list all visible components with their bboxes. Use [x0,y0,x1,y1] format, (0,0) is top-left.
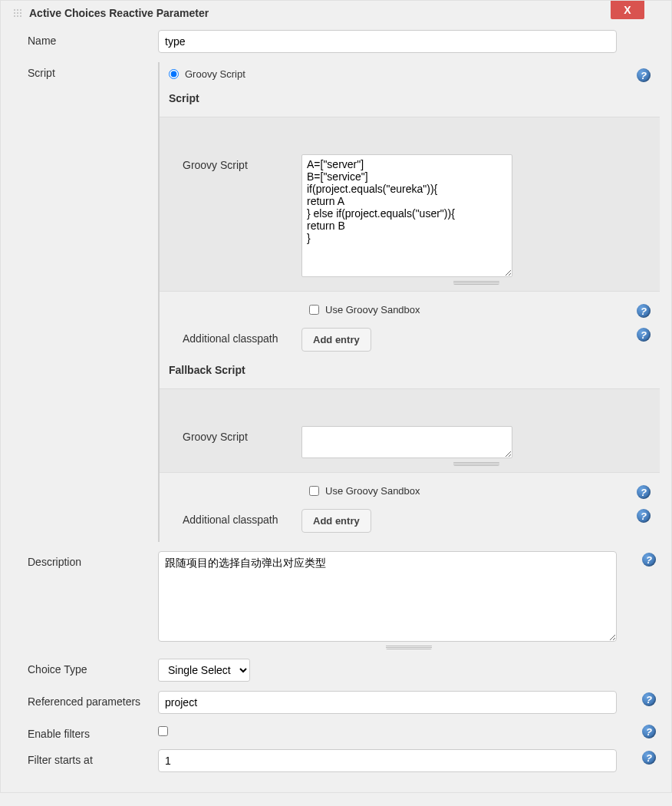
resize-handle-icon[interactable] [453,461,499,466]
script-inner-section: Groovy Script [160,117,660,292]
referenced-parameters-input[interactable] [158,691,617,714]
script-section-title: Script [160,86,660,111]
groovy-radio[interactable] [169,69,179,79]
fallback-use-sandbox-checkbox[interactable] [309,486,319,496]
choice-type-label: Choice Type [12,659,158,676]
name-label: Name [12,30,158,47]
svg-point-2 [20,9,21,11]
fallback-groovy-label: Groovy Script [183,426,301,443]
svg-point-6 [14,15,15,17]
help-icon[interactable]: ? [642,692,656,706]
use-sandbox-label: Use Groovy Sandbox [325,304,420,315]
help-icon[interactable]: ? [637,68,651,82]
panel-title: Active Choices Reactive Parameter [29,7,209,19]
fallback-additional-classpath-label: Additional classpath [183,509,301,526]
enable-filters-label: Enable filters [12,723,158,740]
svg-point-3 [14,12,15,14]
script-block: Groovy Script ? Script Groovy Script [158,62,660,542]
help-icon[interactable]: ? [642,751,656,765]
fallback-use-sandbox-label: Use Groovy Sandbox [325,485,420,497]
resize-handle-icon[interactable] [386,645,432,649]
fallback-script-title: Fallback Script [160,358,660,382]
enable-filters-checkbox[interactable] [158,726,168,736]
help-icon[interactable]: ? [637,485,651,499]
parameter-panel: X Active Choices Reactive Parameter Name [0,0,672,793]
fallback-inner-section: Groovy Script [160,388,660,473]
groovy-radio-label: Groovy Script [185,68,245,80]
fallback-add-entry-button[interactable]: Add entry [301,509,371,533]
svg-point-7 [17,15,18,17]
svg-point-4 [17,12,18,14]
drag-handle-icon[interactable] [12,8,23,18]
script-label: Script [12,62,158,79]
groovy-script-label: Groovy Script [183,154,301,171]
filter-starts-at-label: Filter starts at [12,749,158,766]
name-input[interactable] [158,30,617,53]
svg-point-8 [20,15,21,17]
help-icon[interactable]: ? [642,553,656,567]
help-icon[interactable]: ? [637,328,651,342]
groovy-script-textarea[interactable] [301,154,512,277]
help-icon[interactable]: ? [637,509,651,523]
description-label: Description [12,551,158,568]
referenced-parameters-label: Referenced parameters [12,691,158,708]
help-icon[interactable]: ? [637,304,651,318]
use-sandbox-checkbox[interactable] [309,305,319,315]
filter-starts-at-input[interactable] [158,749,617,772]
panel-header: Active Choices Reactive Parameter [1,1,671,25]
help-icon[interactable]: ? [642,725,656,738]
additional-classpath-label: Additional classpath [183,328,301,345]
add-entry-button[interactable]: Add entry [301,328,371,352]
description-textarea[interactable] [158,551,617,642]
resize-handle-icon[interactable] [453,280,499,285]
svg-point-0 [14,9,15,11]
svg-point-1 [17,9,18,11]
fallback-groovy-textarea[interactable] [301,426,512,458]
svg-point-5 [20,12,21,14]
choice-type-select[interactable]: Single Select [158,659,250,682]
close-button[interactable]: X [611,1,644,19]
